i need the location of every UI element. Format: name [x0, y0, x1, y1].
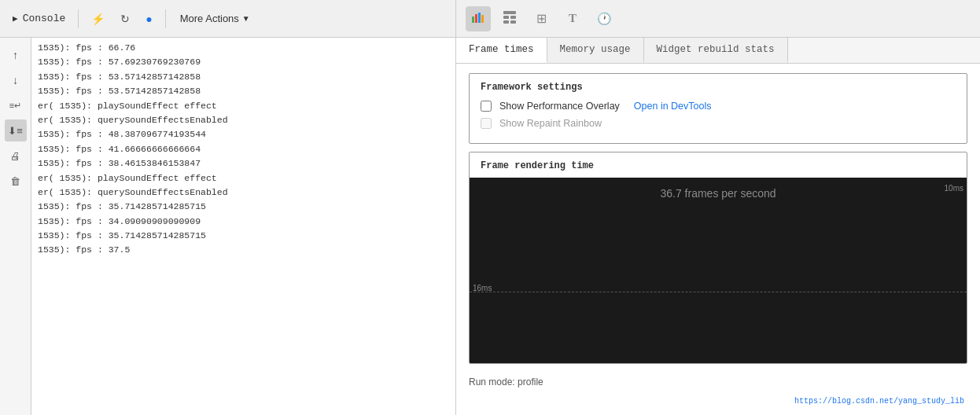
svg-rect-7 — [503, 20, 509, 24]
svg-rect-0 — [472, 17, 474, 23]
list-item: 1535): fps : 57.69230769230769 — [38, 55, 449, 69]
bars-container — [470, 178, 967, 363]
more-actions-button[interactable]: More Actions ▼ — [172, 6, 258, 31]
open-in-devtools-link[interactable]: Open in DevTools — [634, 101, 712, 112]
grid-icon: ⊞ — [536, 11, 547, 26]
show-repaint-rainbow-checkbox[interactable] — [481, 118, 492, 129]
list-item: 1535): fps : 35.714285714285715 — [38, 200, 449, 214]
svg-rect-6 — [510, 16, 516, 19]
frame-rendering-box: Frame rendering time 36.7 frames per sec… — [469, 152, 967, 364]
list-item: er( 1535): querySoundEffectsEnabled — [38, 185, 449, 200]
chart-area: 36.7 frames per second 10ms 16ms — [470, 178, 967, 363]
list-item: er( 1535): playSoundEffect effect — [38, 99, 449, 113]
lightning-button[interactable]: ⚡ — [85, 6, 111, 31]
run-mode-label: Run mode: profile — [469, 372, 967, 389]
list-item: er( 1535): querySoundEffectsEnabled — [38, 113, 449, 127]
left-panel: ▶ Console ⚡ ↻ ● More Actions ▼ ↑ ↓ ≡↵ ⬇≡… — [0, 0, 456, 415]
text-button[interactable]: T — [560, 6, 585, 31]
console-body: ↑ ↓ ≡↵ ⬇≡ 🖨 🗑 1535): fps : 66.761535): f… — [0, 38, 455, 415]
show-repaint-rainbow-label: Show Repaint Rainbow — [499, 118, 602, 129]
lightning-icon: ⚡ — [91, 13, 105, 25]
more-actions-label: More Actions — [180, 13, 239, 24]
list-item: 1535): fps : 48.387096774193544 — [38, 127, 449, 141]
right-toolbar: ⊞ T 🕐 — [456, 0, 980, 38]
right-panel: ⊞ T 🕐 Frame times Memory usage Widget re… — [456, 0, 980, 415]
console-content: 1535): fps : 66.761535): fps : 57.692307… — [31, 38, 455, 415]
svg-rect-1 — [475, 14, 477, 23]
table-button[interactable] — [497, 6, 522, 31]
svg-rect-5 — [503, 16, 509, 19]
refresh-button[interactable]: ↻ — [114, 6, 136, 31]
list-item: 1535): fps : 41.66666666666664 — [38, 142, 449, 156]
print-button[interactable]: 🖨 — [5, 145, 27, 167]
clock-icon: 🕐 — [597, 12, 612, 26]
bar-chart-icon — [471, 10, 485, 28]
clear-button[interactable]: 🗑 — [5, 170, 27, 192]
list-item: 1535): fps : 66.76 — [38, 41, 449, 55]
scroll-down-button[interactable]: ↓ — [5, 69, 27, 91]
list-item: 1535): fps : 37.5 — [38, 243, 449, 257]
svg-rect-3 — [481, 15, 484, 23]
text-icon: T — [569, 12, 577, 25]
record-icon: ● — [146, 13, 152, 25]
clock-button[interactable]: 🕐 — [591, 6, 617, 31]
list-item: 1535): fps : 53.57142857142858 — [38, 84, 449, 98]
svg-rect-8 — [510, 20, 516, 24]
list-item: 1535): fps : 38.46153846153847 — [38, 156, 449, 171]
console-label: ▶ Console — [6, 13, 72, 24]
tab-frame-times[interactable]: Frame times — [456, 38, 547, 63]
show-performance-overlay-checkbox[interactable] — [481, 101, 492, 112]
bottom-link: https://blog.csdn.net/yang_study_lib — [469, 397, 967, 406]
console-title: Console — [23, 13, 66, 24]
framework-settings-box: Framework settings Show Performance Over… — [469, 73, 967, 144]
wrap-button[interactable]: ≡↵ — [5, 94, 27, 116]
tabs-row: Frame times Memory usage Widget rebuild … — [456, 38, 980, 64]
list-item: er( 1535): playSoundEffect effect — [38, 171, 449, 185]
arrow-icon: ▶ — [13, 13, 18, 24]
show-performance-overlay-label: Show Performance Overlay — [499, 101, 620, 112]
grid-button[interactable]: ⊞ — [529, 6, 554, 31]
toolbar-divider2 — [165, 9, 166, 28]
bar-chart-button[interactable] — [466, 6, 491, 31]
right-content: Framework settings Show Performance Over… — [456, 64, 980, 415]
show-repaint-rainbow-row: Show Repaint Rainbow — [481, 118, 956, 129]
refresh-icon: ↻ — [120, 13, 130, 25]
framework-settings-title: Framework settings — [481, 82, 956, 93]
chevron-down-icon: ▼ — [242, 14, 250, 23]
frame-rendering-title: Frame rendering time — [470, 160, 967, 178]
list-item: 1535): fps : 34.09090909090909 — [38, 215, 449, 229]
svg-rect-4 — [503, 11, 516, 14]
list-item: 1535): fps : 35.714285714285715 — [38, 229, 449, 243]
svg-rect-2 — [478, 13, 481, 23]
list-item: 1535): fps : 53.57142857142858 — [38, 70, 449, 84]
toolbar-divider — [78, 9, 79, 28]
toolbar: ▶ Console ⚡ ↻ ● More Actions ▼ — [0, 0, 455, 38]
table-icon — [503, 10, 517, 28]
side-icons: ↑ ↓ ≡↵ ⬇≡ 🖨 🗑 — [0, 38, 31, 415]
show-performance-overlay-row: Show Performance Overlay Open in DevTool… — [481, 101, 956, 112]
tab-memory-usage[interactable]: Memory usage — [547, 38, 644, 63]
scroll-up-button[interactable]: ↑ — [5, 44, 27, 66]
circle-button[interactable]: ● — [139, 6, 158, 31]
filter-button[interactable]: ⬇≡ — [5, 119, 27, 141]
tab-widget-rebuild-stats[interactable]: Widget rebuild stats — [644, 38, 788, 63]
